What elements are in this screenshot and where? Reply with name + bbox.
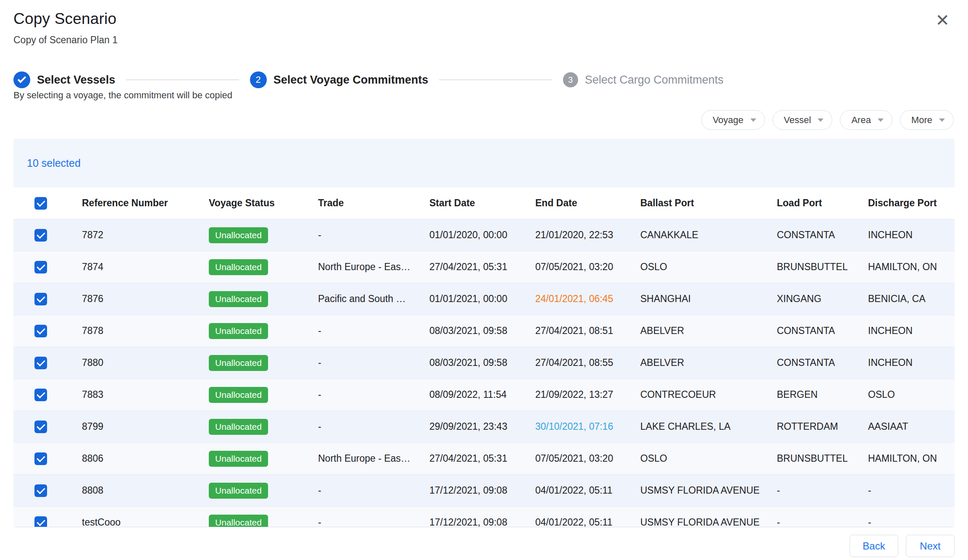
row-start-date: 08/09/2022, 11:54 <box>429 389 535 400</box>
select-all-checkbox[interactable] <box>34 197 47 210</box>
row-discharge-port: INCHEON <box>868 325 955 337</box>
more-filter-label: More <box>911 115 932 126</box>
row-status-badge: Unallocated <box>209 419 268 435</box>
table-row[interactable]: 7878 Unallocated - 08/03/2021, 09:58 27/… <box>13 315 955 347</box>
column-header-reference-number: Reference Number <box>82 197 209 209</box>
row-checkbox-cell <box>13 357 82 369</box>
voyage-filter-button[interactable]: Voyage <box>701 110 765 130</box>
step-1-label: Select Vessels <box>37 74 115 87</box>
copy-scenario-dialog: Copy Scenario Copy of Scenario Plan 1 ✕ … <box>0 0 968 560</box>
row-load-port: BERGEN <box>777 389 868 400</box>
dialog-subtitle: Copy of Scenario Plan 1 <box>13 34 118 46</box>
row-status-cell: Unallocated <box>209 323 318 339</box>
row-end-date: 27/04/2021, 08:55 <box>535 357 640 368</box>
row-ballast-port: ABELVER <box>640 357 777 368</box>
row-ref: 7883 <box>82 389 209 400</box>
selected-count: 10 selected <box>13 139 955 187</box>
row-checkbox[interactable] <box>34 452 47 465</box>
row-checkbox[interactable] <box>34 293 47 305</box>
chevron-down-icon <box>878 118 884 122</box>
row-start-date: 17/12/2021, 09:08 <box>429 517 535 527</box>
row-ballast-port: LAKE CHARLES, LA <box>640 421 777 432</box>
row-checkbox[interactable] <box>34 516 47 528</box>
table-row[interactable]: 8799 Unallocated - 29/09/2021, 23:43 30/… <box>13 411 955 443</box>
step-3-circle: 3 <box>563 72 578 87</box>
row-checkbox[interactable] <box>34 325 47 337</box>
table-row[interactable]: 8806 Unallocated North Europe - Eas… 27/… <box>13 443 955 475</box>
helper-text: By selecting a voyage, the commitment wi… <box>13 90 232 101</box>
stepper-connector <box>126 79 239 80</box>
row-status-badge: Unallocated <box>209 451 268 467</box>
table-row[interactable]: 7880 Unallocated - 08/03/2021, 09:58 27/… <box>13 347 955 379</box>
row-ballast-port: OSLO <box>640 261 777 273</box>
row-start-date: 29/09/2021, 23:43 <box>429 421 535 432</box>
table-body: 7872 Unallocated - 01/01/2020, 00:00 21/… <box>13 219 955 527</box>
row-status-cell: Unallocated <box>209 515 318 528</box>
next-button[interactable]: Next <box>906 535 955 557</box>
row-status-cell: Unallocated <box>209 291 318 307</box>
table-row[interactable]: 8808 Unallocated - 17/12/2021, 09:08 04/… <box>13 475 955 507</box>
row-checkbox[interactable] <box>34 484 47 497</box>
column-header-discharge-port: Discharge Port <box>868 197 955 209</box>
row-checkbox[interactable] <box>34 421 47 433</box>
row-status-badge: Unallocated <box>209 291 268 307</box>
row-start-date: 08/03/2021, 09:58 <box>429 357 535 368</box>
row-start-date: 27/04/2021, 05:31 <box>429 453 535 464</box>
stepper-connector <box>439 79 552 80</box>
row-ref: 7872 <box>82 229 209 241</box>
table-row[interactable]: testCooo Unallocated - 17/12/2021, 09:08… <box>13 507 955 527</box>
back-button[interactable]: Back <box>850 535 898 557</box>
row-checkbox[interactable] <box>34 229 47 242</box>
column-header-start-date: Start Date <box>429 197 535 209</box>
row-end-date: 21/01/2020, 22:53 <box>535 229 640 241</box>
column-header-voyage-status: Voyage Status <box>209 197 318 209</box>
area-filter-button[interactable]: Area <box>840 110 892 130</box>
row-ref: testCooo <box>82 517 209 527</box>
row-status-badge: Unallocated <box>209 355 268 371</box>
row-checkbox[interactable] <box>34 389 47 401</box>
row-load-port: CONSTANTA <box>777 357 868 368</box>
page-title: Copy Scenario <box>13 10 118 28</box>
column-header-load-port: Load Port <box>777 197 868 209</box>
table-row[interactable]: 7883 Unallocated - 08/09/2022, 11:54 21/… <box>13 379 955 411</box>
table-row[interactable]: 7874 Unallocated North Europe - Eas… 27/… <box>13 251 955 283</box>
filter-bar: Voyage Vessel Area More <box>701 110 954 130</box>
row-load-port: - <box>777 517 868 527</box>
step-select-voyage-commitments[interactable]: 2 Select Voyage Commitments <box>250 71 429 88</box>
row-trade: - <box>318 485 429 496</box>
table-row[interactable]: 7876 Unallocated Pacific and South … 01/… <box>13 283 955 315</box>
row-trade: North Europe - Eas… <box>318 453 429 464</box>
row-status-cell: Unallocated <box>209 387 318 403</box>
row-trade: - <box>318 421 429 432</box>
row-ref: 8806 <box>82 453 209 464</box>
row-discharge-port: BENICIA, CA <box>868 293 955 305</box>
dialog-header: Copy Scenario Copy of Scenario Plan 1 <box>13 10 118 46</box>
step-2-label: Select Voyage Commitments <box>274 74 429 87</box>
row-checkbox[interactable] <box>34 357 47 369</box>
row-ref: 7880 <box>82 357 209 368</box>
row-load-port: - <box>777 485 868 496</box>
row-checkbox-cell <box>13 452 82 465</box>
row-status-badge: Unallocated <box>209 259 268 275</box>
vessel-filter-button[interactable]: Vessel <box>773 110 833 130</box>
step-select-cargo-commitments[interactable]: 3 Select Cargo Commitments <box>563 72 723 87</box>
table-row[interactable]: 7872 Unallocated - 01/01/2020, 00:00 21/… <box>13 219 955 251</box>
row-discharge-port: HAMILTON, ON <box>868 261 955 273</box>
row-ballast-port: CANAKKALE <box>640 229 777 241</box>
row-trade: North Europe - Eas… <box>318 261 429 273</box>
row-end-date: 04/01/2022, 05:11 <box>535 517 640 527</box>
row-discharge-port: - <box>868 485 955 496</box>
row-start-date: 01/01/2021, 00:00 <box>429 293 535 305</box>
row-end-date: 21/09/2022, 13:27 <box>535 389 640 400</box>
row-ref: 7874 <box>82 261 209 273</box>
step-select-vessels[interactable]: Select Vessels <box>13 71 115 88</box>
row-checkbox[interactable] <box>34 261 47 273</box>
row-end-date: 07/05/2021, 03:20 <box>535 453 640 464</box>
close-icon[interactable]: ✕ <box>935 12 950 29</box>
more-filter-button[interactable]: More <box>900 110 954 130</box>
row-status-cell: Unallocated <box>209 355 318 371</box>
row-discharge-port: OSLO <box>868 389 955 400</box>
row-end-date: 07/05/2021, 03:20 <box>535 261 640 273</box>
row-ballast-port: SHANGHAI <box>640 293 777 305</box>
row-status-cell: Unallocated <box>209 419 318 435</box>
